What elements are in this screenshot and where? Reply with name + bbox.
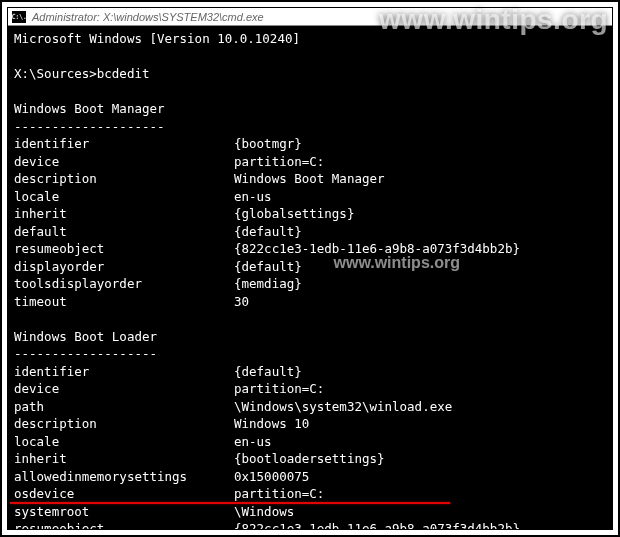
kv-row: toolsdisplayorder{memdiag}: [14, 275, 606, 293]
kv-value: partition=C:: [234, 153, 324, 171]
kv-row: localeen-us: [14, 188, 606, 206]
kv-row: default{default}: [14, 223, 606, 241]
kv-value: Windows Boot Manager: [234, 170, 385, 188]
kv-value: {822cc1e3-1edb-11e6-a9b8-a073f3d4bb2b}: [234, 520, 520, 529]
kv-key: displayorder: [14, 258, 234, 276]
kv-key: osdevice: [14, 485, 234, 503]
terminal-line: Windows Boot Loader: [14, 328, 606, 346]
kv-row: path\Windows\system32\winload.exe: [14, 398, 606, 416]
terminal-line: [14, 48, 606, 66]
kv-value: {default}: [234, 258, 302, 276]
kv-value: {memdiag}: [234, 275, 302, 293]
kv-row: devicepartition=C:: [14, 380, 606, 398]
kv-value: {bootmgr}: [234, 135, 302, 153]
kv-key: default: [14, 223, 234, 241]
kv-row: allowedinmemorysettings0x15000075: [14, 468, 606, 486]
kv-value: \Windows: [234, 503, 294, 521]
kv-key: device: [14, 380, 234, 398]
kv-key: description: [14, 170, 234, 188]
kv-value: 0x15000075: [234, 468, 309, 486]
kv-key: device: [14, 153, 234, 171]
terminal-line: [14, 310, 606, 328]
kv-key: toolsdisplayorder: [14, 275, 234, 293]
kv-value: en-us: [234, 188, 272, 206]
kv-key: identifier: [14, 363, 234, 381]
kv-row: osdevicepartition=C:: [14, 485, 606, 503]
kv-row: inherit{bootloadersettings}: [14, 450, 606, 468]
kv-row: descriptionWindows Boot Manager: [14, 170, 606, 188]
kv-row: devicepartition=C:: [14, 153, 606, 171]
kv-row: displayorder{default}: [14, 258, 606, 276]
kv-value: {bootloadersettings}: [234, 450, 385, 468]
kv-value: {default}: [234, 363, 302, 381]
terminal-line: [14, 83, 606, 101]
kv-value: {822cc1e3-1edb-11e6-a9b8-a073f3d4bb2b}: [234, 240, 520, 258]
kv-value: {default}: [234, 223, 302, 241]
kv-key: timeout: [14, 293, 234, 311]
kv-key: resumeobject: [14, 240, 234, 258]
kv-row: systemroot\Windows: [14, 503, 606, 521]
terminal-line: --------------------: [14, 118, 606, 136]
kv-row: timeout30: [14, 293, 606, 311]
kv-row: identifier{bootmgr}: [14, 135, 606, 153]
kv-value: {globalsettings}: [234, 205, 354, 223]
kv-key: description: [14, 415, 234, 433]
terminal-line: -------------------: [14, 345, 606, 363]
kv-key: resumeobject: [14, 520, 234, 529]
terminal-area[interactable]: Microsoft Windows [Version 10.0.10240] X…: [8, 26, 612, 529]
cmd-icon: C:\.: [12, 11, 26, 23]
kv-row: inherit{globalsettings}: [14, 205, 606, 223]
kv-key: systemroot: [14, 503, 234, 521]
window-title: Administrator: X:\windows\SYSTEM32\cmd.e…: [32, 11, 264, 23]
kv-row: resumeobject{822cc1e3-1edb-11e6-a9b8-a07…: [14, 520, 606, 529]
terminal-line: Microsoft Windows [Version 10.0.10240]: [14, 30, 606, 48]
kv-row: resumeobject{822cc1e3-1edb-11e6-a9b8-a07…: [14, 240, 606, 258]
kv-value: Windows 10: [234, 415, 309, 433]
kv-key: identifier: [14, 135, 234, 153]
kv-value: \Windows\system32\winload.exe: [234, 398, 452, 416]
kv-key: inherit: [14, 205, 234, 223]
titlebar[interactable]: C:\. Administrator: X:\windows\SYSTEM32\…: [8, 8, 612, 26]
terminal-line: Windows Boot Manager: [14, 100, 606, 118]
kv-key: allowedinmemorysettings: [14, 468, 234, 486]
kv-row: identifier{default}: [14, 363, 606, 381]
kv-row: descriptionWindows 10: [14, 415, 606, 433]
kv-row: localeen-us: [14, 433, 606, 451]
cmd-window: C:\. Administrator: X:\windows\SYSTEM32\…: [7, 7, 613, 530]
kv-key: path: [14, 398, 234, 416]
kv-value: partition=C:: [234, 485, 324, 503]
terminal-line: X:\Sources>bcdedit: [14, 65, 606, 83]
kv-value: en-us: [234, 433, 272, 451]
kv-value: partition=C:: [234, 380, 324, 398]
kv-key: inherit: [14, 450, 234, 468]
kv-value: 30: [234, 293, 249, 311]
kv-key: locale: [14, 188, 234, 206]
kv-key: locale: [14, 433, 234, 451]
